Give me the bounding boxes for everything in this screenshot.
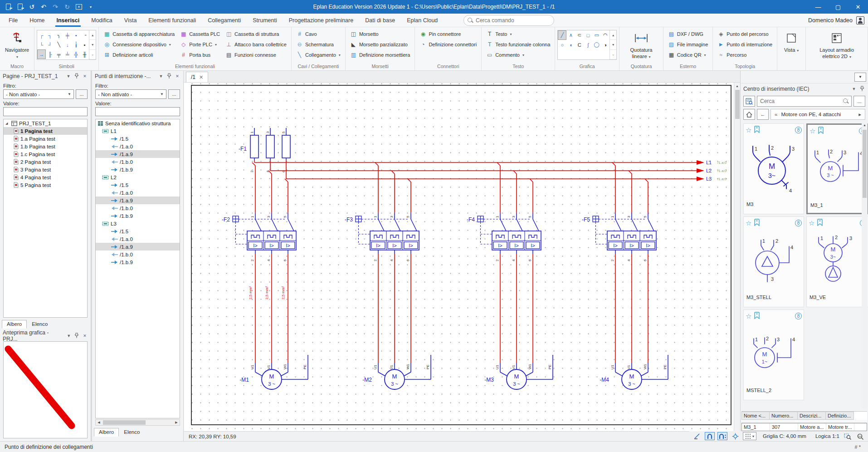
motor-branch-m1[interactable]: -F21I>2U12,5 mm²3I>4V12,5 mm²5I>6W12,5 m… (222, 162, 308, 389)
symbols-gallery-cell[interactable]: ↓ (63, 40, 72, 49)
breakpoint-ref[interactable]: /1.b.9 (96, 258, 180, 266)
symbol-card-m3-stell[interactable]: ☆ 8 1234 M3_STELL (743, 216, 804, 307)
ribbon-item-cassetta-plc[interactable]: ▦ Cassetta PLC (178, 29, 222, 39)
redo-icon[interactable]: ↷ (52, 3, 59, 10)
menu-tab-collegamenti[interactable]: Collegamenti (202, 14, 247, 27)
bookmark-icon[interactable] (754, 312, 760, 320)
home-icon[interactable] (743, 109, 755, 120)
favorite-star-icon[interactable]: ☆ (746, 127, 751, 133)
pin-icon[interactable] (859, 86, 865, 92)
gallery-expand-icon[interactable]: ⌄ (89, 50, 96, 59)
pin-icon[interactable] (74, 333, 80, 339)
insert-center-vscrollbar[interactable]: ▲ (862, 123, 868, 408)
menu-tab-modifica[interactable]: Modifica (85, 14, 118, 27)
insert-center-more-button[interactable]: ... (853, 96, 865, 107)
breakpoint-group-l2[interactable]: L2 (96, 173, 180, 181)
menu-tab-strumenti[interactable]: Strumenti (247, 14, 283, 27)
menu-tab-dati-di-base[interactable]: Dati di base (359, 14, 401, 27)
schematic-drawing[interactable]: 123456-F1L1/1.a:0L2/1.a:0L3/1.a:0-F21I>2… (184, 83, 734, 430)
ribbon-item-percorso[interactable]: ≈ Percorso (715, 50, 775, 60)
ribbon-item-porte-plc[interactable]: ◇ Porte PLC▾ (178, 39, 222, 49)
ribbon-item-punto-del-percorso[interactable]: ◈ Punto del percorso (715, 29, 775, 39)
tree-root-project[interactable]: ◢ PRJ_TEST_1 (4, 119, 87, 127)
symbol-card-m3-ve[interactable]: ☆ 8 M3~123 M3_VE (806, 216, 868, 307)
customize-toolbar-icon[interactable]: ▾ (87, 3, 94, 10)
page-tree-item[interactable]: 1 Pagina test (4, 127, 87, 135)
pages-value-input[interactable] (3, 107, 88, 116)
command-search[interactable] (463, 15, 554, 26)
shapes-gallery-cell[interactable]: C (575, 40, 584, 49)
symbols-gallery-cell[interactable]: ╲ (54, 40, 63, 49)
pages-tab-albero[interactable]: Albero (2, 320, 27, 329)
close-icon[interactable]: ✕ (174, 74, 180, 79)
gallery-expand-icon[interactable]: ⌄ (610, 50, 616, 59)
menu-tab-elementi-funzionali[interactable]: Elementi funzionali (142, 14, 202, 27)
menu-tab-vista[interactable]: Vista (118, 14, 143, 27)
menu-tab-file[interactable]: File (3, 14, 24, 27)
delete-placement-icon[interactable]: × (75, 3, 83, 10)
ribbon-item-testo[interactable]: T Testo▾ (484, 29, 552, 39)
favorite-star-icon[interactable]: ☆ (746, 313, 751, 319)
phase-bus-l2[interactable]: L2/1.a:0 (270, 168, 727, 173)
breakpoint-ref[interactable]: /1.b.0 (96, 158, 180, 166)
breakpoints-root[interactable]: Senza identificativo struttura (96, 119, 180, 127)
scroll-right-icon[interactable]: ▶ (173, 420, 180, 425)
breakpoints-hscrollbar[interactable]: ◀ ▶ (95, 419, 180, 426)
schematic-canvas[interactable]: 123456-F1L1/1.a:0L2/1.a:0L3/1.a:0-F21I>2… (184, 83, 734, 431)
pin-icon[interactable] (166, 73, 172, 79)
breakpoint-ref[interactable]: /1.a.9 (96, 243, 180, 251)
ribbon-button-layout-armadio-elettrico-2d[interactable]: Layout armadio elettrico 2D ▾ (808, 29, 865, 68)
phase-bus-l3[interactable]: L3/1.a:0 (286, 176, 727, 182)
canvas-vscrollbar[interactable]: ▲ (734, 83, 740, 431)
open-page-icon[interactable] (16, 3, 24, 10)
shapes-gallery-cell[interactable]: ○ (558, 40, 566, 49)
page-tree-item[interactable]: 1.b Pagina test (4, 142, 87, 150)
symbols-gallery-cell[interactable]: ╽ (72, 40, 80, 49)
pin-icon[interactable] (73, 73, 80, 79)
command-search-input[interactable] (476, 17, 550, 24)
symbols-gallery-cell[interactable]: • (72, 30, 80, 40)
ribbon-item-attacco-barra-collettrice[interactable]: ⊥ Attacco barra collettrice (223, 39, 289, 49)
fuse-symbol[interactable]: 123456-F1 (239, 128, 290, 179)
ribbon-button-navigatore[interactable]: Navigatore ▾ (2, 29, 32, 63)
table-row[interactable]: M3_1307Motore a...Motore tr... (741, 423, 867, 431)
table-column-header[interactable]: Nome <... (741, 412, 770, 420)
page-tree-item[interactable]: 3 Pagina test (4, 166, 87, 173)
breakpoints-tab-albero[interactable]: Albero (94, 428, 119, 437)
breakpoint-ref[interactable]: /1.a.0 (96, 142, 180, 150)
breakpoint-ref[interactable]: /1.b.0 (96, 204, 180, 212)
menu-tab-inserisci[interactable]: Inserisci (51, 14, 86, 27)
symbols-gallery-cell[interactable]: ┘ (46, 40, 54, 49)
close-icon[interactable]: ✕ (199, 74, 203, 80)
gallery-up-icon[interactable]: ▲ (610, 30, 616, 40)
breakpoint-ref[interactable]: /1.a.9 (96, 150, 180, 158)
favorite-star-icon[interactable]: ☆ (746, 220, 751, 226)
shapes-gallery-cell[interactable]: ╱ (558, 30, 566, 40)
symbols-gallery-cell[interactable]: ╮ (54, 30, 63, 40)
zoom-100-icon[interactable]: 100 (855, 432, 865, 440)
bookmark-icon[interactable] (817, 219, 823, 227)
symbols-gallery-cell[interactable]: → (37, 49, 46, 59)
shapes-gallery-cell[interactable]: ▭ (592, 30, 601, 40)
breakpoints-filter-more-button[interactable]: ... (168, 89, 180, 99)
breakpoints-value-input[interactable] (95, 107, 180, 116)
motor-branch-m4[interactable]: -F51I>2U13I>4V15I>6W1PEM3 ~-M4 (582, 162, 668, 389)
pages-filter-select[interactable]: - Non attivato -▼ (3, 89, 74, 99)
ribbon-item-definizione-morsettiera[interactable]: ▥ Definizione morsettiera (348, 50, 413, 60)
close-button[interactable]: ✕ (848, 0, 868, 14)
breakpoint-ref[interactable]: /1.b.0 (96, 251, 180, 258)
breakpoint-ref[interactable]: /1.b.9 (96, 166, 180, 173)
maximize-button[interactable]: ▢ (828, 0, 848, 14)
redo-list-icon[interactable]: ↻ (63, 3, 71, 10)
insert-center-search[interactable] (757, 96, 852, 107)
page-tree-item[interactable]: 1.a Pagina test (4, 135, 87, 142)
pages-filter-more-button[interactable]: ... (76, 89, 88, 99)
breakpoints-filter-select[interactable]: - Non attivato -▼ (95, 89, 166, 99)
undo-icon[interactable]: ↶ (40, 3, 47, 10)
scroll-left-icon[interactable]: ◀ (96, 420, 102, 425)
page-tree-item[interactable]: 1.c Pagina test (4, 150, 87, 158)
ribbon-item-file-immagine[interactable]: ▨ File immagine (666, 39, 710, 49)
breakpoint-ref[interactable]: /1.b.9 (96, 212, 180, 220)
breadcrumb[interactable]: « Motore con PE, 4 attacchi ▸ (770, 109, 865, 120)
minimize-button[interactable]: — (808, 0, 828, 14)
